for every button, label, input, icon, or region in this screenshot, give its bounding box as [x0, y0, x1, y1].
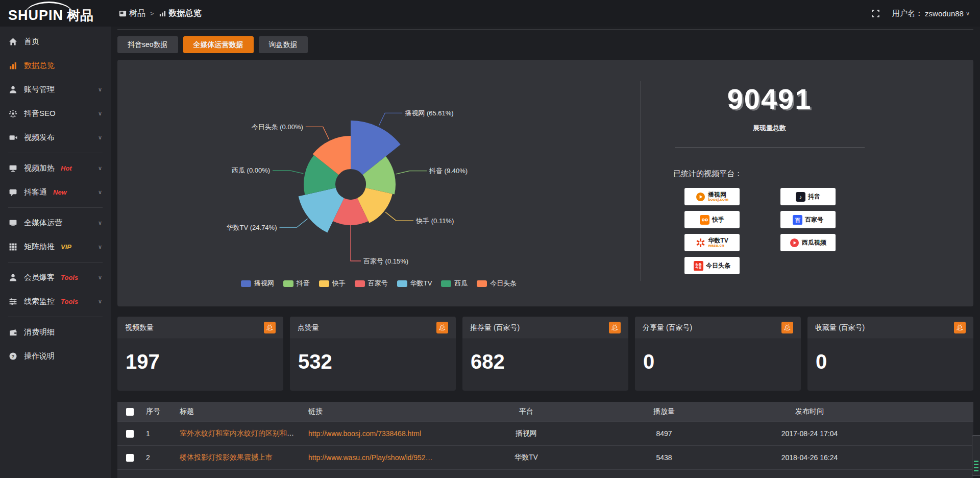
cell-empty: [886, 421, 973, 445]
fullscreen-icon[interactable]: [871, 9, 880, 18]
chevron-down-icon: ∨: [98, 274, 102, 281]
video-url-link[interactable]: http://www.wasu.cn/Play/show/id/952…: [308, 453, 433, 462]
table-header-6: 发布时间: [733, 402, 886, 421]
legend-item-6[interactable]: 今日头条: [477, 279, 517, 288]
legend-item-2[interactable]: 快手: [319, 279, 346, 288]
sidebar-item-account-management[interactable]: 账号管理∨: [0, 78, 111, 102]
svg-text:♪: ♪: [799, 194, 802, 200]
total-badge: 总: [436, 322, 448, 333]
legend-label: 抖音: [297, 279, 310, 288]
tab-1[interactable]: 抖音seo数据: [117, 36, 178, 53]
legend-item-0[interactable]: 播视网: [241, 279, 274, 288]
stat-card-value: 532: [290, 339, 456, 391]
platform-name: 百家号: [805, 217, 823, 223]
platforms-title: 已统计的视频平台：: [673, 169, 973, 179]
legend-item-3[interactable]: 百家号: [355, 279, 388, 288]
video-url-link[interactable]: http://www.boosj.com/7338468.html: [308, 429, 421, 438]
kuaishou-logo-icon: [700, 215, 709, 225]
logo: SHUPIN 树品: [0, 0, 111, 27]
chevron-down-icon: ∨: [98, 244, 102, 250]
row-checkbox[interactable]: [126, 454, 134, 462]
breadcrumb-root[interactable]: 树品: [119, 8, 145, 19]
table-header-empty: [886, 402, 973, 421]
cell-num: 1: [142, 421, 176, 445]
sidebar-item-label: 消费明细: [24, 327, 55, 337]
legend-item-5[interactable]: 西瓜: [441, 279, 468, 288]
sidebar-item-consume-detail[interactable]: 消费明细: [0, 320, 111, 344]
stat-card-header: 收藏量 (百家号)总: [807, 317, 973, 339]
legend-item-1[interactable]: 抖音: [283, 279, 310, 288]
top-bar: SHUPIN 树品 树品 > 数据总览: [0, 0, 980, 27]
row-checkbox-cell: [117, 421, 142, 445]
floating-widget[interactable]: [972, 435, 980, 476]
cell-plays: 5438: [595, 445, 733, 469]
legend-swatch-icon: [283, 280, 293, 287]
sidebar-item-tag: Tools: [61, 298, 78, 305]
sidebar-item-data-overview[interactable]: 数据总览: [0, 54, 111, 78]
legend-swatch-icon: [397, 280, 407, 287]
sidebar-item-home[interactable]: 首页: [0, 30, 111, 54]
cell-time: 2017-08-24 17:04: [733, 421, 886, 445]
table-row: 2楼体投影灯投影效果震撼上市http://www.wasu.cn/Play/sh…: [117, 445, 973, 469]
legend-label: 西瓜: [454, 279, 468, 288]
pie-label-2: 快手 (0.11%): [415, 217, 454, 225]
platform-badge-text: 播视网boosj.com: [708, 192, 728, 202]
pie-label-1: 抖音 (9.40%): [429, 167, 468, 175]
sidebar-item-operation-guide[interactable]: ?操作说明: [0, 344, 111, 368]
main-content: 抖音seo数据全媒体运营数据询盘数据 播视网 (65.61%)抖音 (9.40%…: [111, 27, 980, 478]
stat-cards-row: 视频数量总197点赞量总532推荐量 (百家号)总682分享量 (百家号)总0收…: [117, 317, 973, 391]
summary-area: 90491 展现量总数 已统计的视频平台： 播视网boosj.com♪抖音快手百…: [641, 60, 973, 306]
cell-time: [733, 469, 886, 478]
sidebar-item-label: 视频加热: [24, 163, 55, 173]
cell-platform: 播视网: [457, 421, 595, 445]
platform-badge-douyin: ♪抖音: [780, 188, 836, 205]
stat-card-header: 点赞量总: [290, 317, 456, 339]
sidebar-divider: [8, 262, 103, 262]
cell-empty: [886, 469, 973, 478]
video-icon: [9, 133, 17, 142]
total-block: 90491 展现量总数: [641, 82, 898, 148]
wasu-logo-icon: [696, 238, 705, 248]
tab-bar: 抖音seo数据全媒体运营数据询盘数据: [117, 36, 973, 53]
username-label: 用户名：: [892, 9, 923, 18]
username-value: zswodun88: [925, 9, 964, 18]
sidebar-item-media-operation[interactable]: 全媒体运营∨: [0, 211, 111, 235]
sidebar-item-video-publish[interactable]: 视频发布∨: [0, 126, 111, 150]
sidebar-item-matrix-boost[interactable]: 矩阵助推VIP∨: [0, 235, 111, 259]
sidebar-divider: [8, 153, 103, 153]
sidebar-item-tag: Hot: [61, 164, 72, 172]
stat-card-value: 682: [462, 339, 628, 391]
stat-card-1: 视频数量总197: [117, 317, 283, 391]
member-icon: [9, 273, 17, 282]
sidebar-item-label: 全媒体运营: [24, 218, 62, 228]
legend-label: 华数TV: [410, 279, 432, 288]
platform-badge-text: 快手: [712, 217, 724, 223]
cell-title: 楼体投影灯投影效果震撼上市: [176, 445, 304, 469]
breadcrumb: 树品 > 数据总览: [119, 8, 202, 19]
sidebar-item-douketong[interactable]: 抖客通New∨: [0, 180, 111, 204]
total-impressions-value: 90491: [641, 82, 898, 115]
bar-chart-icon: [159, 10, 166, 17]
table-header-row: 序号标题链接平台播放量发布时间: [117, 402, 973, 421]
tab-2[interactable]: 全媒体运营数据: [183, 36, 254, 53]
legend-item-4[interactable]: 华数TV: [397, 279, 432, 288]
video-title-link[interactable]: 楼体投影灯投影效果震撼上市: [180, 453, 273, 461]
sidebar-item-clue-monitor[interactable]: 线索监控Tools∨: [0, 290, 111, 314]
video-title-link[interactable]: 室外水纹灯和室内水纹灯的区别和简介: [180, 429, 301, 437]
xigua-logo-icon: [790, 238, 799, 248]
user-menu[interactable]: 用户名： zswodun88 ∨: [892, 9, 970, 18]
row-checkbox[interactable]: [126, 430, 134, 438]
sidebar-item-label: 视频发布: [24, 133, 55, 142]
breadcrumb-separator: >: [150, 10, 154, 17]
sidebar-item-douyin-seo[interactable]: 抖音SEO∨: [0, 102, 111, 126]
chevron-down-icon: ∨: [98, 134, 102, 141]
sidebar-item-video-heat[interactable]: 视频加热Hot∨: [0, 156, 111, 180]
tab-3[interactable]: 询盘数据: [259, 36, 308, 53]
table-header-3: 链接: [304, 402, 457, 421]
stat-card-3: 推荐量 (百家号)总682: [462, 317, 628, 391]
select-all-checkbox[interactable]: [126, 408, 134, 416]
sidebar-item-member-baoke[interactable]: 会员爆客Tools∨: [0, 266, 111, 290]
grid-icon: [9, 243, 17, 251]
chart-legend: 播视网抖音快手百家号华数TV西瓜今日头条: [117, 279, 640, 288]
stat-card-value: 197: [117, 339, 283, 391]
